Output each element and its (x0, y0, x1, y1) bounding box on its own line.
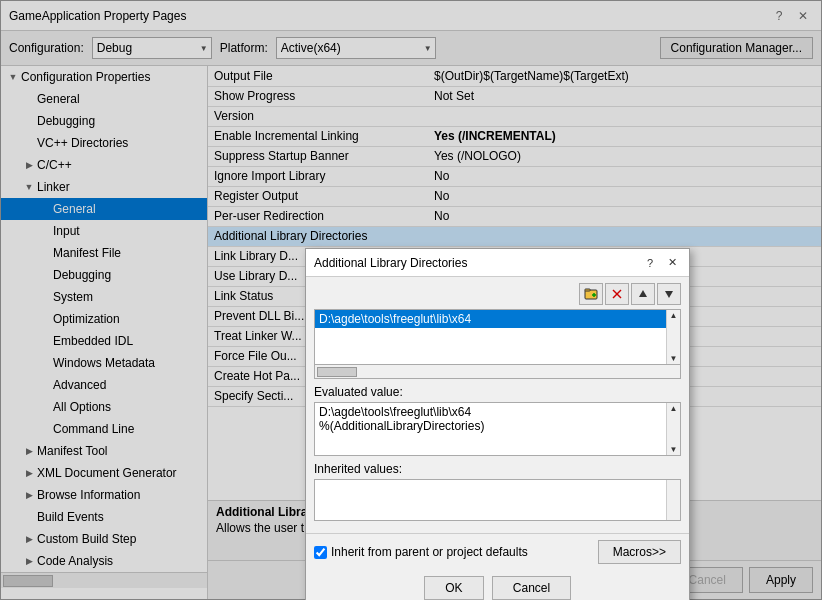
move-up-button[interactable] (631, 283, 655, 305)
modal-ok-button[interactable]: OK (424, 576, 484, 600)
svg-marker-6 (639, 290, 647, 297)
evaluated-label: Evaluated value: (314, 385, 681, 399)
modal-cancel-button[interactable]: Cancel (492, 576, 571, 600)
inherited-vscroll[interactable] (666, 480, 680, 520)
additional-lib-dirs-modal: Additional Library Directories ? ✕ (305, 248, 690, 600)
modal-overlay: Additional Library Directories ? ✕ (0, 0, 822, 600)
add-folder-button[interactable] (579, 283, 603, 305)
modal-toolbar (314, 283, 681, 305)
list-hscroll-thumb[interactable] (317, 367, 357, 377)
scroll-up-icon[interactable]: ▲ (670, 311, 678, 320)
move-down-button[interactable] (657, 283, 681, 305)
inherited-content (315, 480, 666, 520)
macros-button[interactable]: Macros>> (598, 540, 681, 564)
inherit-checkbox-row: Inherit from parent or project defaults (314, 545, 592, 559)
scroll-down-icon[interactable]: ▼ (670, 354, 678, 363)
inherited-box (314, 479, 681, 521)
svg-marker-7 (665, 291, 673, 298)
eval-vscroll[interactable]: ▲ ▼ (666, 403, 680, 455)
list-container: D:\agde\tools\freeglut\lib\x64 ▲ ▼ (314, 309, 681, 365)
inherit-label: Inherit from parent or project defaults (331, 545, 528, 559)
eval-line-1: D:\agde\tools\freeglut\lib\x64 (319, 405, 662, 419)
list-vscroll[interactable]: ▲ ▼ (666, 310, 680, 364)
eval-scroll-down[interactable]: ▼ (670, 445, 678, 454)
modal-close-button[interactable]: ✕ (663, 254, 681, 272)
eval-scroll-up[interactable]: ▲ (670, 404, 678, 413)
evaluated-content: D:\agde\tools\freeglut\lib\x64 %(Additio… (315, 403, 666, 455)
list-hscroll[interactable] (314, 365, 681, 379)
inherit-checkbox[interactable] (314, 546, 327, 559)
list-items-area: D:\agde\tools\freeglut\lib\x64 (315, 310, 666, 364)
modal-body: D:\agde\tools\freeglut\lib\x64 ▲ ▼ Evalu… (306, 277, 689, 533)
modal-title-bar: Additional Library Directories ? ✕ (306, 249, 689, 277)
delete-button[interactable] (605, 283, 629, 305)
svg-rect-1 (585, 289, 590, 291)
modal-footer: Inherit from parent or project defaults … (306, 533, 689, 570)
modal-title: Additional Library Directories (314, 256, 467, 270)
modal-help-button[interactable]: ? (641, 254, 659, 272)
modal-title-buttons: ? ✕ (641, 254, 681, 272)
modal-action-row: OK Cancel (306, 570, 689, 600)
evaluated-box: D:\agde\tools\freeglut\lib\x64 %(Additio… (314, 402, 681, 456)
inherited-label: Inherited values: (314, 462, 681, 476)
eval-line-2: %(AdditionalLibraryDirectories) (319, 419, 662, 433)
list-item-0[interactable]: D:\agde\tools\freeglut\lib\x64 (315, 310, 666, 328)
